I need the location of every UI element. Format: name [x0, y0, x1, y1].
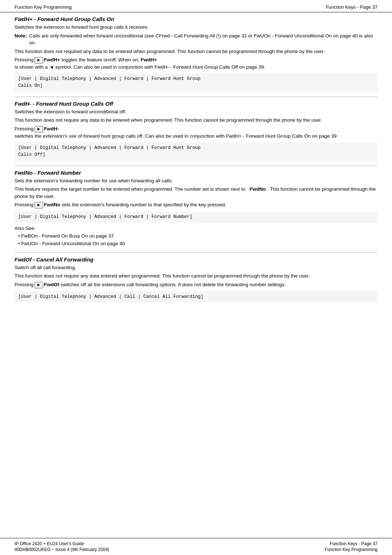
note-text: Calls are only forwarded when forward un… — [29, 32, 378, 46]
note-fwdh-plus: Note: Calls are only forwarded when forw… — [15, 32, 377, 46]
pressing-fwdof: Pressing ► FwdOf switches off all the ex… — [15, 281, 377, 288]
page-footer: IP Office 2420 + EU24 User's Guide 40DHB… — [0, 538, 392, 555]
code-fwdof: [User | Digital Telephony | Advanced | C… — [15, 291, 377, 303]
body-fwdno-1: Sets the extension's forwarding number f… — [15, 177, 377, 185]
key-icon-fwdno: ► — [34, 202, 44, 208]
pressing-label-3: Pressing — [15, 201, 34, 208]
header-right: Function Keys - Page 37 — [326, 4, 377, 10]
code-fwdh-minus: [User | Digital Telephony | Advanced | F… — [15, 142, 377, 161]
key-fwdh-plus: FwdH+ — [44, 56, 60, 64]
pressing-suffix-4: sets the extension's forwarding number t… — [62, 201, 226, 208]
body-fwdof-1: Switch off all call forwarding. — [15, 264, 377, 271]
fwdno-bullets: FwBOn - Forward On Busy On on page 37 Fw… — [18, 232, 377, 247]
body-fwdno-key: FwdNo — [249, 186, 266, 192]
pressing-label-1: Pressing — [15, 56, 34, 64]
bullet-1: FwBOn - Forward On Busy On on page 37 — [18, 232, 377, 240]
body-fwdh-plus-2: This function does not required any data… — [15, 48, 377, 55]
section-title-fwdh-minus: FwdH- - Forward Hunt Group Calls Off — [15, 101, 377, 107]
section-title-fwdno: FwdNo - Forward Number — [15, 170, 377, 176]
code-fwdh-plus: [User | Digital Telephony | Advanced | F… — [15, 73, 377, 92]
pressing-label-2: Pressing — [15, 125, 34, 133]
code-fwdno: [User | Digital Telephony | Advanced | F… — [15, 211, 377, 223]
pressing-label-4: Pressing — [15, 281, 34, 288]
section-title-fwdof: FwdOf - Cancel All Forwarding — [15, 256, 377, 263]
section-fwdh-minus: FwdH- - Forward Hunt Group Calls Off Swi… — [15, 101, 377, 161]
also-see-label: Also See: — [15, 226, 377, 231]
footer-right: Function Keys - Page 37 Function Key Pro… — [325, 541, 377, 552]
footer-left: IP Office 2420 + EU24 User's Guide 40DHB… — [15, 541, 109, 552]
pressing-fwdh-minus: Pressing ► FwdH- switches the extension'… — [15, 125, 377, 139]
section-fwdof: FwdOf - Cancel All Forwarding Switch off… — [15, 256, 377, 302]
footer-right-line1: Function Keys - Page 37 — [325, 541, 377, 546]
key-fwdno: FwdNo — [44, 201, 60, 208]
key-fwdh-minus: FwdH- — [44, 125, 59, 133]
page: Function Key Programming Function Keys -… — [0, 0, 392, 555]
page-content: FwdH+ - Forward Hunt Group Calls On Swit… — [0, 12, 392, 333]
pressing-suffix-1: toggles the feature on/off. When on, — [61, 56, 139, 64]
header-left: Function Key Programming — [15, 4, 72, 10]
key-fwdh-plus-2: FwdH+ — [141, 56, 157, 64]
pressing-fwdh-plus: Pressing ► FwdH+ toggles the feature on/… — [15, 56, 377, 70]
divider-2 — [15, 166, 377, 166]
footer-left-line2: 40DHB0002UKEG – Issue 4 (9th February 20… — [15, 547, 109, 552]
body-fwdof-2: This function does not require any data … — [15, 272, 377, 280]
bullet-2: FwUOn - Forward Unconditional On on page… — [18, 240, 377, 247]
divider-1 — [15, 97, 377, 97]
body-fwdh-plus-1: Switches the extension to forward hunt g… — [15, 24, 377, 31]
divider-3 — [15, 252, 377, 253]
section-title-fwdh-plus: FwdH+ - Forward Hunt Group Calls On — [15, 16, 377, 22]
pressing-suffix-3: switches the extension's use of forward … — [15, 133, 336, 140]
key-icon-fwdof: ► — [34, 282, 44, 288]
body-fwdh-minus-1: Switches the extension to forward uncond… — [15, 108, 377, 116]
body-fwdno-2a: This feature requires the target number … — [15, 186, 245, 192]
pressing-fwdno: Pressing ► FwdNo sets the extension's fo… — [15, 201, 377, 208]
footer-right-line2: Function Key Programming — [325, 547, 377, 552]
pressing-suffix-2: is shown with a ◄ symbol. Can also be us… — [15, 64, 265, 71]
key-icon-fwdh-minus: ► — [34, 126, 44, 133]
pressing-suffix-5: switches off all the extensions call for… — [61, 281, 286, 288]
body-fwdh-minus-2: This function does not require any data … — [15, 117, 377, 124]
section-fwdh-plus: FwdH+ - Forward Hunt Group Calls On Swit… — [15, 16, 377, 92]
key-fwdof: FwdOf — [44, 281, 59, 288]
section-fwdno: FwdNo - Forward Number Sets the extensio… — [15, 170, 377, 247]
footer-left-line1: IP Office 2420 + EU24 User's Guide — [15, 541, 109, 546]
body-fwdno-2: This feature requires the target number … — [15, 186, 377, 200]
note-label: Note: — [15, 32, 27, 46]
key-icon-fwdh-plus: ► — [34, 57, 44, 64]
page-header: Function Key Programming Function Keys -… — [0, 0, 392, 12]
